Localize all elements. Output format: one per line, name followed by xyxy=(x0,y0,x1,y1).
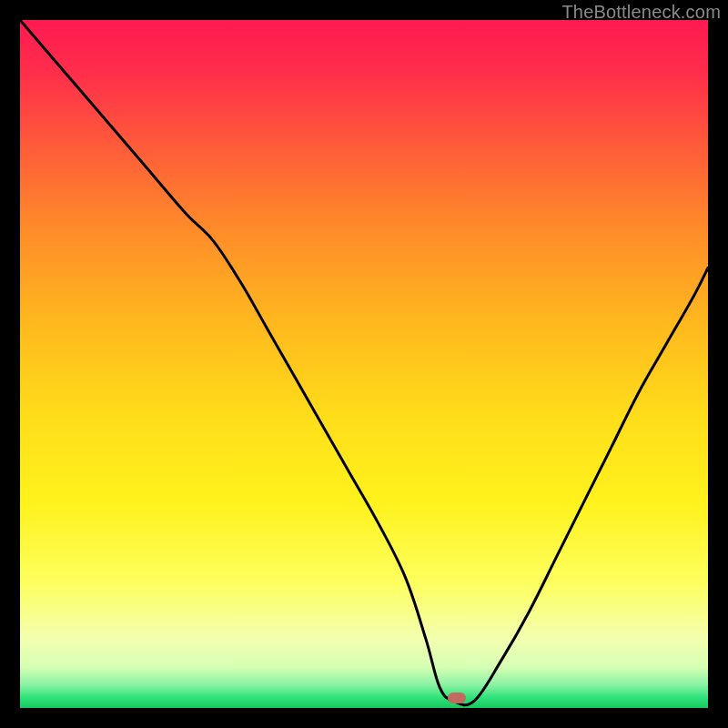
optimum-marker xyxy=(448,693,466,703)
plot-area xyxy=(20,20,708,708)
chart-frame: TheBottleneck.com xyxy=(0,0,728,728)
watermark-text: TheBottleneck.com xyxy=(561,2,721,23)
bottleneck-curve xyxy=(20,20,708,708)
